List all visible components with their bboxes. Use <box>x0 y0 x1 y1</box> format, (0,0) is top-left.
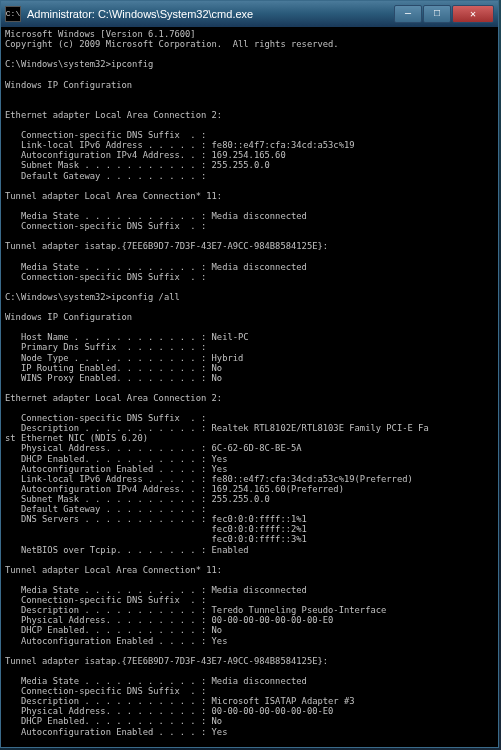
netbios-over-tcpip: NetBIOS over Tcpip. . . . . . . . : Enab… <box>5 545 494 555</box>
dns-suffix: Connection-specific DNS Suffix . : <box>5 221 494 231</box>
window-controls: — □ ✕ <box>394 5 494 23</box>
tunnel-adapter-isatap-header: Tunnel adapter isatap.{7EE6B9D7-7D3F-43E… <box>5 656 494 666</box>
subnet-mask: Subnet Mask . . . . . . . . . . . : 255.… <box>5 160 494 170</box>
os-version: Microsoft Windows [Version 6.1.7600] <box>5 29 494 39</box>
minimize-button[interactable]: — <box>394 5 422 23</box>
autoconfig-enabled: Autoconfiguration Enabled . . . . : Yes <box>5 636 494 646</box>
dns-suffix: Connection-specific DNS Suffix . : <box>5 130 494 140</box>
autoconfig-enabled: Autoconfiguration Enabled . . . . : Yes <box>5 727 494 737</box>
window-title: Administrator: C:\Windows\System32\cmd.e… <box>27 8 394 20</box>
node-type: Node Type . . . . . . . . . . . . : Hybr… <box>5 353 494 363</box>
wins-proxy-enabled: WINS Proxy Enabled. . . . . . . . : No <box>5 373 494 383</box>
tunnel-adapter-isatap-header: Tunnel adapter isatap.{7EE6B9D7-7D3F-43E… <box>5 241 494 251</box>
titlebar[interactable]: C:\ Administrator: C:\Windows\System32\c… <box>1 1 498 27</box>
prompt-ipconfig: C:\Windows\system32>ipconfig <box>5 59 494 69</box>
dns-servers: fec0:0:0:ffff::2%1 <box>5 524 494 534</box>
host-name: Host Name . . . . . . . . . . . . : Neil… <box>5 332 494 342</box>
ethernet-adapter-header: Ethernet adapter Local Area Connection 2… <box>5 110 494 120</box>
dhcp-enabled: DHCP Enabled. . . . . . . . . . . : No <box>5 625 494 635</box>
cmd-icon: C:\ <box>5 6 21 22</box>
media-state: Media State . . . . . . . . . . . : Medi… <box>5 676 494 686</box>
dns-suffix: Connection-specific DNS Suffix . : <box>5 686 494 696</box>
tunnel-adapter-11-header: Tunnel adapter Local Area Connection* 11… <box>5 191 494 201</box>
media-state: Media State . . . . . . . . . . . : Medi… <box>5 211 494 221</box>
ipconfig-title: Windows IP Configuration <box>5 80 494 90</box>
description-cont: st Ethernet NIC (NDIS 6.20) <box>5 433 494 443</box>
maximize-button[interactable]: □ <box>423 5 451 23</box>
dns-suffix: Connection-specific DNS Suffix . : <box>5 413 494 423</box>
primary-dns-suffix: Primary Dns Suffix . . . . . . . : <box>5 342 494 352</box>
dns-suffix: Connection-specific DNS Suffix . : <box>5 272 494 282</box>
description: Description . . . . . . . . . . . : Real… <box>5 423 494 433</box>
ipconfig-all-title: Windows IP Configuration <box>5 312 494 322</box>
ethernet-adapter-header: Ethernet adapter Local Area Connection 2… <box>5 393 494 403</box>
terminal-output[interactable]: Microsoft Windows [Version 6.1.7600]Copy… <box>1 27 498 747</box>
ipv4-address: Autoconfiguration IPv4 Address. . : 169.… <box>5 484 494 494</box>
close-button[interactable]: ✕ <box>452 5 494 23</box>
physical-address: Physical Address. . . . . . . . . : 6C-6… <box>5 443 494 453</box>
subnet-mask: Subnet Mask . . . . . . . . . . . : 255.… <box>5 494 494 504</box>
default-gateway: Default Gateway . . . . . . . . . : <box>5 171 494 181</box>
ip-routing-enabled: IP Routing Enabled. . . . . . . . : No <box>5 363 494 373</box>
default-gateway: Default Gateway . . . . . . . . . : <box>5 504 494 514</box>
cmd-window: C:\ Administrator: C:\Windows\System32\c… <box>0 0 499 748</box>
ipv6-address: Link-local IPv6 Address . . . . . : fe80… <box>5 140 494 150</box>
description: Description . . . . . . . . . . . : Micr… <box>5 696 494 706</box>
physical-address: Physical Address. . . . . . . . . : 00-0… <box>5 706 494 716</box>
prompt-ipconfig-all: C:\Windows\system32>ipconfig /all <box>5 292 494 302</box>
ipv4-address: Autoconfiguration IPv4 Address. . : 169.… <box>5 150 494 160</box>
dhcp-enabled: DHCP Enabled. . . . . . . . . . . : Yes <box>5 454 494 464</box>
dhcp-enabled: DHCP Enabled. . . . . . . . . . . : No <box>5 716 494 726</box>
media-state: Media State . . . . . . . . . . . : Medi… <box>5 585 494 595</box>
ipv6-address: Link-local IPv6 Address . . . . . : fe80… <box>5 474 494 484</box>
media-state: Media State . . . . . . . . . . . : Medi… <box>5 262 494 272</box>
tunnel-adapter-11-header: Tunnel adapter Local Area Connection* 11… <box>5 565 494 575</box>
autoconfig-enabled: Autoconfiguration Enabled . . . . : Yes <box>5 464 494 474</box>
physical-address: Physical Address. . . . . . . . . : 00-0… <box>5 615 494 625</box>
dns-servers: DNS Servers . . . . . . . . . . . : fec0… <box>5 514 494 524</box>
copyright: Copyright (c) 2009 Microsoft Corporation… <box>5 39 494 49</box>
dns-servers: fec0:0:0:ffff::3%1 <box>5 534 494 544</box>
dns-suffix: Connection-specific DNS Suffix . : <box>5 595 494 605</box>
description: Description . . . . . . . . . . . : Tere… <box>5 605 494 615</box>
